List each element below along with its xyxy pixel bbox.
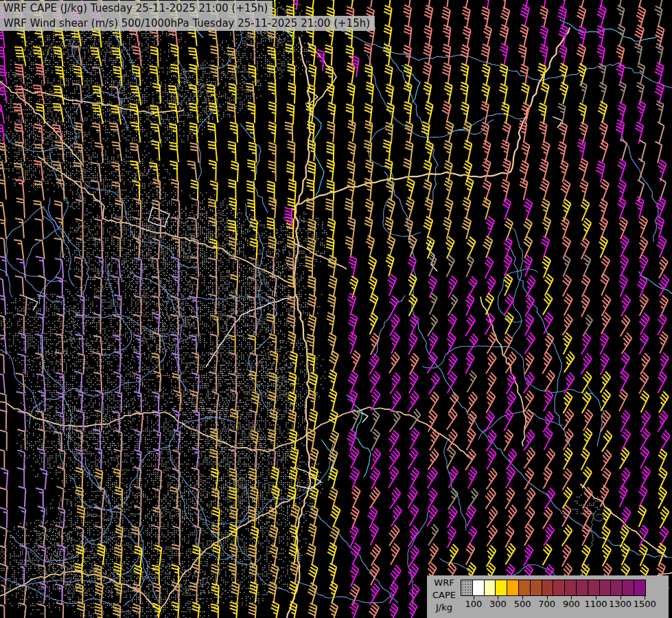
legend-product-line: WRF	[428, 577, 460, 589]
legend-swatch	[622, 580, 634, 596]
legend-swatch	[518, 580, 531, 596]
legend-swatch	[610, 580, 623, 596]
legend-tick-label: 700	[538, 599, 555, 609]
legend-swatch	[599, 580, 612, 596]
legend-swatch	[472, 580, 485, 596]
legend-swatch	[495, 580, 507, 596]
legend-swatch	[564, 580, 577, 596]
map-title-cape: WRF CAPE (J/kg) Tuesday 25-11-2025 21:00…	[0, 1, 273, 16]
legend-tick-label: 1300	[609, 599, 632, 609]
legend-product-label: WRF CAPE J/kg	[428, 577, 460, 614]
legend-swatch	[484, 580, 496, 596]
legend-tick-label: 1100	[584, 599, 607, 609]
legend-units-label: J/kg	[428, 602, 460, 614]
legend-swatch	[507, 580, 519, 596]
legend-swatch	[542, 580, 554, 596]
legend-swatch	[576, 580, 588, 596]
legend-swatch	[634, 580, 646, 596]
legend-swatch	[530, 580, 542, 596]
weather-map-canvas	[0, 0, 672, 618]
legend-swatch	[588, 580, 600, 596]
legend-tick-label: 300	[489, 599, 507, 609]
legend-tick-label: 500	[514, 599, 531, 609]
legend-product-line: CAPE	[428, 589, 460, 602]
legend-tick-label: 900	[563, 599, 580, 609]
legend-tick-label: 1500	[634, 599, 656, 609]
legend-colorbar	[461, 580, 646, 596]
cape-legend: WRF CAPE J/kg 10030050070090011001300150…	[427, 575, 669, 618]
map-title-wind-shear: WRF Wind shear (m/s) 500/1000hPa Tuesday…	[0, 16, 375, 31]
wrf-weather-map-page: WRF CAPE (J/kg) Tuesday 25-11-2025 21:00…	[0, 0, 672, 618]
legend-tick-label: 100	[465, 599, 482, 609]
legend-swatch	[461, 580, 473, 596]
legend-swatch	[553, 580, 565, 596]
